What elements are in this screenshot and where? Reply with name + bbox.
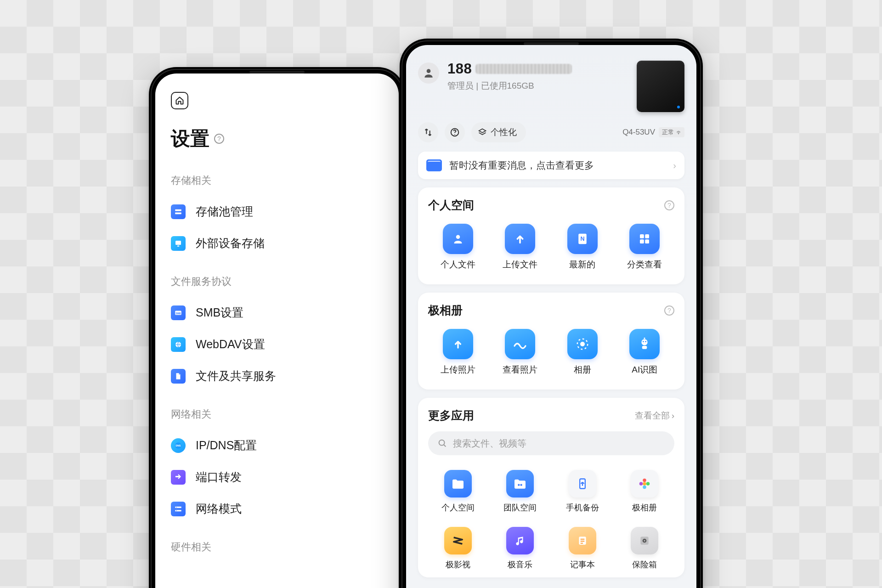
view-all-link[interactable]: 查看全部› [635,410,674,422]
notes-app-icon [569,527,596,554]
tile-label: AI识图 [632,364,657,376]
phone-backup-icon [569,470,596,498]
app-safe-box[interactable]: 保险箱 [615,524,675,573]
setting-label: 外部设备存储 [196,236,265,251]
svg-point-24 [580,342,585,346]
upload-photo-icon [443,329,473,359]
setting-ip-dns[interactable]: DNS IP/DNS配置 [171,430,383,461]
team-folder-icon [506,470,534,498]
section-label: 存储相关 [171,174,383,187]
svg-text:SMB: SMB [175,312,181,315]
app-label: 极影视 [446,559,470,570]
transfer-button[interactable] [418,122,438,142]
setting-label: 网络模式 [196,501,242,516]
svg-rect-29 [642,346,647,349]
user-subline: 管理员 | 已使用165GB [447,80,628,92]
svg-point-26 [642,339,648,345]
tile-personal-files[interactable]: 个人文件 [428,221,488,273]
svg-point-38 [643,486,647,489]
svg-point-35 [643,482,647,486]
svg-rect-10 [175,510,181,511]
setting-label: 存储池管理 [196,204,253,219]
video-app-icon [444,527,472,554]
tile-recent[interactable]: N 最新的 [553,221,612,273]
search-input[interactable]: 搜索文件、视频等 [428,431,674,455]
help-icon[interactable]: ? [664,305,674,316]
app-team-space[interactable]: 团队空间 [491,467,550,516]
section-label: 文件服务协议 [171,275,383,288]
music-app-icon [506,527,534,554]
svg-rect-20 [640,234,644,238]
ai-vision-icon [629,329,660,359]
app-music[interactable]: 极音乐 [491,524,550,573]
setting-smb[interactable]: SMB SMB设置 [171,297,383,328]
svg-point-33 [520,484,522,486]
svg-point-32 [518,484,520,486]
tile-album[interactable]: 相册 [553,326,612,379]
category-view-icon [629,224,660,254]
upload-folder-icon [505,224,535,254]
notice-banner[interactable]: 暂时没有重要消息，点击查看更多 › [418,152,684,179]
app-personal-space[interactable]: 个人空间 [428,467,488,516]
avatar[interactable] [418,62,439,84]
setting-label: 文件及共享服务 [196,368,276,384]
card-title: 更多应用 [428,408,474,423]
svg-point-39 [639,482,643,486]
storage-pool-icon [171,204,186,219]
svg-point-31 [439,440,445,446]
phone-mock-right: 188 管理员 | 已使用165GB [400,39,703,588]
tile-label: 上传照片 [441,364,475,376]
personalize-button[interactable]: 个性化 [471,122,526,142]
setting-network-mode[interactable]: 网络模式 [171,493,383,525]
personalize-label: 个性化 [491,126,517,138]
tile-ai-vision[interactable]: AI识图 [615,326,675,379]
album-icon [567,329,598,359]
device-status-badge: 正常 [659,127,684,137]
help-icon[interactable]: ? [214,134,224,144]
app-phone-backup[interactable]: 手机备份 [553,467,612,516]
chevron-right-icon: › [672,411,674,421]
ip-dns-icon: DNS [171,438,186,453]
setting-external-storage[interactable]: 外部设备存储 [171,227,383,259]
external-storage-icon [171,236,186,251]
search-icon [437,438,447,448]
setting-label: IP/DNS配置 [196,438,257,453]
home-button[interactable] [171,92,188,109]
app-video[interactable]: 极影视 [428,524,488,573]
svg-point-27 [643,341,644,342]
setting-file-share[interactable]: 文件及共享服务 [171,360,383,392]
app-notes[interactable]: 记事本 [553,524,612,573]
setting-port-forward[interactable]: 端口转发 [171,461,383,493]
device-thumbnail[interactable] [637,61,684,112]
tile-label: 上传文件 [503,259,537,271]
tile-view-photo[interactable]: 查看照片 [491,326,550,379]
app-label: 手机备份 [566,502,599,513]
app-gallery[interactable]: 极相册 [615,467,675,516]
tile-label: 个人文件 [441,259,475,271]
app-label: 极相册 [632,502,657,513]
setting-storage-pool[interactable]: 存储池管理 [171,196,383,227]
card-gallery: 极相册 ? 上传照片 查看照片 [418,293,684,390]
tile-label: 查看照片 [503,364,537,376]
svg-rect-9 [175,506,181,508]
recent-doc-icon: N [567,224,598,254]
folder-icon [444,470,472,498]
tile-label: 最新的 [569,259,595,271]
app-label: 保险箱 [632,559,657,570]
svg-rect-0 [175,209,181,211]
svg-text:DNS: DNS [175,444,181,447]
setting-webdav[interactable]: WebDAV设置 [171,328,383,360]
tile-upload-files[interactable]: 上传文件 [491,221,550,273]
port-forward-icon [171,470,186,485]
app-label: 团队空间 [503,502,537,513]
setting-label: SMB设置 [196,305,243,320]
app-label: 个人空间 [441,502,475,513]
card-more-apps: 更多应用 查看全部› 搜索文件、视频等 个人空间 [418,398,684,577]
tile-label: 分类查看 [627,259,662,271]
help-icon[interactable]: ? [664,200,674,210]
help-button[interactable] [445,122,465,142]
tile-category-view[interactable]: 分类查看 [615,221,675,273]
network-mode-icon [171,502,186,516]
search-placeholder: 搜索文件、视频等 [453,437,526,450]
tile-upload-photo[interactable]: 上传照片 [428,326,488,379]
